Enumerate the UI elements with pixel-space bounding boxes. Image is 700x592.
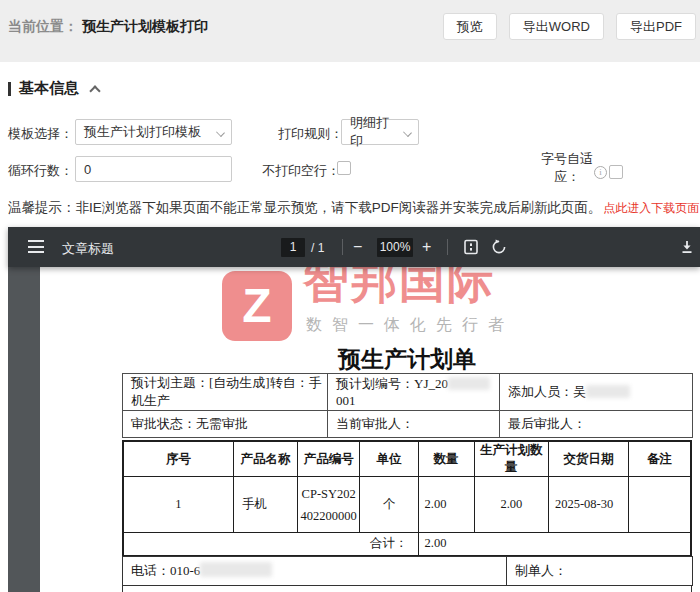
table-row: 概要： <box>123 585 692 592</box>
breadcrumb-label: 当前位置： <box>8 18 78 34</box>
download-icon[interactable] <box>679 239 695 259</box>
download-page-link[interactable]: 点此进入下载页面 <box>603 201 699 215</box>
adder-cell: 添加人员：吴 <box>500 374 693 411</box>
total-label-cell: 合计： <box>123 533 418 556</box>
brand-watermark: Z 智邦国际 数智一体化先行者 <box>222 267 514 341</box>
no-empty-line-label: 不打印空行： <box>262 162 340 180</box>
item-table-header-row: 序号 产品名称 产品编号 单位 数量 生产计划数量 交货日期 备注 <box>123 441 691 477</box>
delivery-date-cell: 2025-08-30 <box>548 477 628 533</box>
zoom-in-button[interactable]: + <box>422 239 431 255</box>
notice-text: 温馨提示：非IE浏览器下如果页面不能正常显示预览，请下载PDF阅读器并安装完成后… <box>8 200 601 215</box>
qty-cell: 2.00 <box>418 477 474 533</box>
unit-cell: 个 <box>360 477 418 533</box>
pdf-body: Z 智邦国际 数智一体化先行者 预生产计划单 预计划主题：[自动生成]转自：手机… <box>8 267 700 592</box>
document-tables: 预计划主题：[自动生成]转自：手机生产 预计划编号：YJ_20001 添加人员：… <box>122 373 692 592</box>
total-value-cell: 2.00 <box>418 533 691 556</box>
seq-cell: 1 <box>123 477 233 533</box>
action-buttons: 预览 导出WORD 导出PDF <box>443 13 696 40</box>
col-header: 备注 <box>629 441 691 477</box>
col-header: 数量 <box>418 441 474 477</box>
section-accent-bar <box>8 82 11 96</box>
redacted-value <box>586 385 630 398</box>
table-row: 审批状态：无需审批 当前审批人： 最后审批人： <box>123 411 693 438</box>
total-row: 合计： 2.00 <box>123 533 691 556</box>
phone-prefix: 电话：010-6 <box>131 563 200 578</box>
template-select-label: 模板选择： <box>8 125 73 143</box>
topbar: 当前位置：预生产计划模板打印 预览 导出WORD 导出PDF <box>0 0 700 62</box>
phone-cell: 电话：010-6 <box>123 556 507 585</box>
brand-logo-icon: Z <box>222 271 292 341</box>
remark-cell <box>629 477 691 533</box>
breadcrumb: 当前位置：预生产计划模板打印 <box>8 18 208 36</box>
table-row: 电话：010-6 制单人： <box>123 556 693 585</box>
chevron-down-icon <box>216 128 225 137</box>
section-title: 基本信息 <box>19 79 79 98</box>
col-header: 产品名称 <box>233 441 297 477</box>
basic-info-section-header[interactable]: 基本信息 <box>8 79 99 98</box>
loop-rows-label: 循环行数： <box>8 162 73 180</box>
info-table: 预计划主题：[自动生成]转自：手机生产 预计划编号：YJ_20001 添加人员：… <box>122 373 693 438</box>
font-autofit-label: 字号自适应： <box>538 150 596 186</box>
plan-no-suffix: 001 <box>336 393 356 408</box>
menu-icon[interactable] <box>28 240 44 253</box>
item-table: 序号 产品名称 产品编号 单位 数量 生产计划数量 交货日期 备注 1 手机 <box>122 440 692 557</box>
template-select-value: 预生产计划打印模板 <box>84 123 201 141</box>
info-icon[interactable]: i <box>594 166 607 179</box>
adder-prefix: 添加人员：吴 <box>508 384 586 399</box>
plan-no-prefix: 预计划编号：YJ_20 <box>336 376 448 391</box>
collapse-caret-icon[interactable] <box>89 85 100 96</box>
toolbar-separator <box>447 239 448 255</box>
plan-no-cell: 预计划编号：YJ_20001 <box>328 374 500 411</box>
print-rule-select[interactable]: 明细打印 <box>341 119 419 145</box>
export-word-button[interactable]: 导出WORD <box>509 13 604 40</box>
col-header: 单位 <box>360 441 418 477</box>
current-approver-cell: 当前审批人： <box>328 411 500 438</box>
redacted-value <box>200 562 272 577</box>
fit-to-page-icon[interactable] <box>463 239 479 259</box>
brand-tagline: 数智一体化先行者 <box>306 315 514 336</box>
pdf-viewer: 文章标题 1 / 1 − 100% + Z 智 <box>8 227 700 592</box>
col-header: 交货日期 <box>548 441 628 477</box>
page-number-input[interactable]: 1 <box>281 238 305 257</box>
approval-status-cell: 审批状态：无需审批 <box>123 411 328 438</box>
redacted-value <box>448 377 490 390</box>
template-select[interactable]: 预生产计划打印模板 <box>75 119 232 145</box>
print-rule-label: 打印规则： <box>278 125 343 143</box>
preview-button[interactable]: 预览 <box>443 13 497 40</box>
rotate-icon[interactable] <box>491 239 507 259</box>
pdf-doc-title: 文章标题 <box>62 240 114 258</box>
no-empty-line-checkbox[interactable] <box>337 161 351 175</box>
item-row: 1 手机 CP-SY202402200000 个 2.00 2.00 2025-… <box>123 477 691 533</box>
zoom-out-button[interactable]: − <box>353 239 362 255</box>
chevron-down-icon <box>403 128 412 137</box>
notice-row: 温馨提示：非IE浏览器下如果页面不能正常显示预览，请下载PDF阅读器并安装完成后… <box>8 199 699 217</box>
print-rule-select-value: 明细打印 <box>350 114 400 150</box>
pdf-page: Z 智邦国际 数智一体化先行者 预生产计划单 预计划主题：[自动生成]转自：手机… <box>40 267 700 592</box>
brand-name: 智邦国际 <box>303 267 514 309</box>
toolbar-separator <box>342 239 343 255</box>
page-count-label: / 1 <box>311 241 324 255</box>
font-autofit-checkbox[interactable] <box>609 165 623 179</box>
page: 当前位置：预生产计划模板打印 预览 导出WORD 导出PDF 基本信息 模板选择… <box>0 0 700 592</box>
product-name-cell: 手机 <box>233 477 297 533</box>
phone-table: 电话：010-6 制单人： <box>122 556 693 586</box>
col-header: 生产计划数量 <box>474 441 548 477</box>
export-pdf-button[interactable]: 导出PDF <box>616 13 696 40</box>
loop-rows-input[interactable] <box>75 156 232 182</box>
summary-table: 概要： <box>122 585 692 592</box>
plan-qty-cell: 2.00 <box>474 477 548 533</box>
product-code-cell: CP-SY202402200000 <box>298 477 360 533</box>
page-title: 预生产计划模板打印 <box>82 18 208 34</box>
table-row: 预计划主题：[自动生成]转自：手机生产 预计划编号：YJ_20001 添加人员：… <box>123 374 693 411</box>
summary-cell: 概要： <box>123 585 692 592</box>
col-header: 序号 <box>123 441 233 477</box>
col-header: 产品编号 <box>298 441 360 477</box>
zoom-level-input[interactable]: 100% <box>377 238 413 257</box>
pdf-toolbar: 文章标题 1 / 1 − 100% + <box>8 227 700 267</box>
last-approver-cell: 最后审批人： <box>500 411 693 438</box>
maker-cell: 制单人： <box>507 556 693 585</box>
plan-subject-cell: 预计划主题：[自动生成]转自：手机生产 <box>123 374 328 411</box>
document-title: 预生产计划单 <box>122 344 692 375</box>
